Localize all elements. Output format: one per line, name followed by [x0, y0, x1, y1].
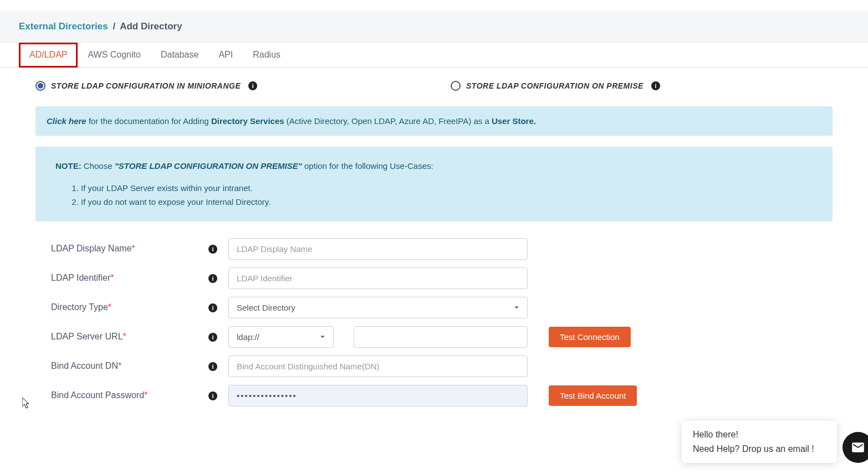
- info-icon[interactable]: i: [248, 81, 257, 90]
- doc-bold2: User Store.: [492, 116, 536, 126]
- tab-api[interactable]: API: [208, 43, 243, 67]
- info-icon[interactable]: i: [208, 333, 217, 342]
- doc-link[interactable]: Click here: [47, 116, 86, 126]
- breadcrumb: External Directories / Add Directory: [19, 21, 849, 32]
- note-t2: option for the following Use-Cases:: [302, 161, 433, 171]
- breadcrumb-link[interactable]: External Directories: [19, 21, 108, 32]
- doc-text2: (Active Directory, Open LDAP, Azure AD, …: [284, 116, 492, 126]
- label-display-name: LDAP Display Name*: [51, 244, 206, 254]
- row-dir-type: Directory Type* i Select Directory: [35, 297, 833, 318]
- row-bind-dn: Bind Account DN* i: [35, 356, 833, 377]
- chat-popup: Hello there! Need Help? Drop us an email…: [682, 421, 837, 436]
- label-identifier: LDAP Identifier*: [51, 273, 206, 283]
- label-dir-type: Directory Type*: [51, 302, 206, 312]
- note-emph: "STORE LDAP CONFIGURATION ON PREMISE": [115, 161, 302, 171]
- doc-info-box: Click here for the documentation for Add…: [35, 106, 833, 136]
- content: STORE LDAP CONFIGURATION IN MINIORANGE i…: [0, 68, 868, 436]
- radio-premise-label: STORE LDAP CONFIGURATION ON PREMISE: [466, 81, 644, 90]
- input-server-url[interactable]: [354, 326, 528, 348]
- radio-row: STORE LDAP CONFIGURATION IN MINIORANGE i…: [35, 81, 833, 91]
- radio-checked-icon: [35, 81, 45, 91]
- note-t1: Choose: [81, 161, 115, 171]
- page-header: External Directories / Add Directory: [0, 11, 868, 43]
- radio-miniorange-label: STORE LDAP CONFIGURATION IN MINIORANGE: [51, 81, 241, 90]
- input-display-name[interactable]: [228, 238, 528, 260]
- radio-miniorange[interactable]: STORE LDAP CONFIGURATION IN MINIORANGE i: [35, 81, 417, 91]
- input-bind-dn[interactable]: [228, 356, 528, 377]
- tab-radius[interactable]: Radius: [243, 43, 290, 67]
- info-icon[interactable]: i: [651, 81, 660, 90]
- chat-greet: Hello there!: [693, 430, 826, 436]
- row-identifier: LDAP Identifier* i: [35, 267, 833, 289]
- label-server-url: LDAP Server URL*: [51, 332, 206, 342]
- info-icon[interactable]: i: [208, 362, 217, 371]
- info-icon[interactable]: i: [208, 303, 217, 312]
- input-bind-pwd[interactable]: [228, 385, 528, 406]
- note-item2: If you do not want to expose your Intern…: [81, 195, 813, 209]
- label-bind-dn: Bind Account DN*: [51, 361, 206, 371]
- breadcrumb-sep: /: [113, 21, 115, 32]
- tab-cognito[interactable]: AWS Cognito: [78, 43, 150, 67]
- note-label: NOTE:: [55, 161, 81, 171]
- tabs: AD/LDAP AWS Cognito Database API Radius: [0, 43, 868, 68]
- doc-text1: for the documentation for Adding: [86, 116, 211, 126]
- info-icon[interactable]: i: [208, 245, 217, 254]
- info-icon[interactable]: i: [208, 274, 217, 283]
- select-protocol[interactable]: ldap://: [228, 326, 334, 348]
- radio-premise[interactable]: STORE LDAP CONFIGURATION ON PREMISE i: [451, 81, 833, 91]
- info-icon[interactable]: i: [208, 391, 217, 400]
- note-box: NOTE: Choose "STORE LDAP CONFIGURATION O…: [35, 147, 833, 221]
- select-dir-type[interactable]: Select Directory: [228, 297, 528, 318]
- test-connection-button[interactable]: Test Connection: [549, 327, 631, 347]
- row-bind-pwd: Bind Account Password* i Test Bind Accou…: [35, 385, 833, 406]
- radio-unchecked-icon: [451, 81, 461, 91]
- note-item1: If your LDAP Server exists within your i…: [81, 181, 813, 195]
- breadcrumb-current: Add Directory: [120, 21, 182, 32]
- row-server-url: LDAP Server URL* i ldap:// Test Connecti…: [35, 326, 833, 348]
- label-bind-pwd: Bind Account Password*: [51, 390, 206, 400]
- tab-database[interactable]: Database: [151, 43, 209, 67]
- tab-adldap[interactable]: AD/LDAP: [19, 43, 78, 68]
- row-display-name: LDAP Display Name* i: [35, 238, 833, 260]
- input-identifier[interactable]: [228, 267, 528, 289]
- doc-bold1: Directory Services: [211, 116, 284, 126]
- test-bind-button[interactable]: Test Bind Account: [549, 385, 637, 406]
